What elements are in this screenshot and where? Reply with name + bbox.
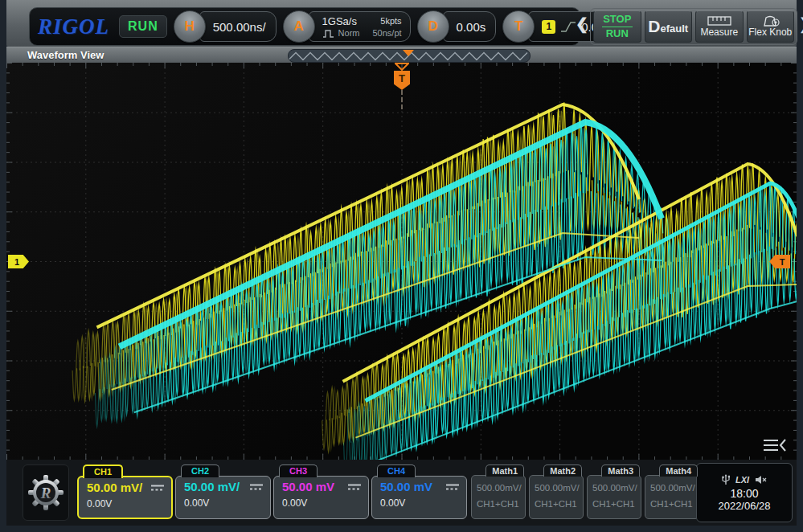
delay-text: 0.00s <box>457 20 486 34</box>
math1-expression: CH1+CH1 <box>477 497 525 513</box>
trigger-source-badge: 1 <box>542 20 555 34</box>
ch3-tab[interactable]: CH3 <box>279 464 318 477</box>
math3-expression: CH1+CH1 <box>592 497 641 513</box>
stop-run-button[interactable]: STOP RUN <box>593 10 641 43</box>
math2-scale: 500.00mV/ <box>535 481 583 497</box>
system-status-box[interactable]: LXI 18:00 2022/06/28 <box>696 463 793 522</box>
delay-group: D 0.00s <box>417 10 497 43</box>
ch1-scale: 50.00 mV/ <box>87 481 142 494</box>
ch2-box[interactable]: CH2 50.00 mV/ 0.00V <box>175 464 271 519</box>
horizontal-knob-button[interactable]: H <box>174 10 206 43</box>
ch4-scale: 50.00 mV <box>380 480 432 493</box>
system-time: 18:00 <box>730 487 758 500</box>
system-date: 2022/06/28 <box>718 500 770 512</box>
default-button[interactable]: Default <box>645 10 693 43</box>
delay-knob-button[interactable]: D <box>417 10 449 43</box>
horizontal-group: H 500.00ns/ <box>174 10 277 43</box>
ch3-offset: 0.00V <box>282 497 362 509</box>
math3-box[interactable]: Math3 500.00mV/ CH1+CH1 <box>587 464 641 519</box>
measure-label: Measure <box>700 27 738 39</box>
delay-value[interactable]: 0.00s <box>443 11 497 42</box>
trigger-position-triangle-icon <box>395 63 409 71</box>
math4-box[interactable]: Math4 500.00mV/ CH1+CH1 <box>645 464 699 519</box>
math1-tab[interactable]: Math1 <box>485 464 524 477</box>
collapse-menu-icon[interactable] <box>762 437 788 453</box>
math3-scale: 500.00mV/ <box>592 481 641 497</box>
speaker-muted-icon <box>755 475 767 485</box>
waveform-view-title: Waveform View <box>27 49 104 61</box>
toolbar-scroll-left-chevron[interactable]: ❮ <box>576 14 588 33</box>
acquisition-mode: Norm <box>338 28 360 38</box>
sample-interval: 50ns/pt <box>372 28 401 38</box>
ch2-scale: 50.00 mV/ <box>184 480 240 493</box>
rigol-gear-menu-button[interactable]: R <box>23 464 69 521</box>
measure-button[interactable]: Measure <box>695 10 744 43</box>
math1-scale: 500.00mV/ <box>477 481 525 497</box>
math3-tab[interactable]: Math3 <box>601 464 640 477</box>
waveform-view-titlebar: Waveform View <box>6 47 797 63</box>
ch1-offset: 0.00V <box>87 498 165 509</box>
run-status-badge[interactable]: RUN <box>119 15 167 38</box>
timebase-text: 500.00ns/ <box>213 20 266 34</box>
ch2-offset: 0.00V <box>184 497 264 509</box>
waveform-display: T 1 T <box>6 63 797 460</box>
math4-expression: CH1+CH1 <box>650 497 699 513</box>
waveform-canvas <box>6 63 797 460</box>
trigger-position-line <box>401 90 403 109</box>
trigger-knob-button[interactable]: T <box>502 10 535 43</box>
ch2-tab[interactable]: CH2 <box>181 464 219 477</box>
ch1-dc-coupling-icon <box>150 484 165 492</box>
math1-box[interactable]: Math1 500.00mV/ CH1+CH1 <box>471 464 526 519</box>
math4-tab[interactable]: Math4 <box>659 464 698 477</box>
pulse-icon <box>322 28 334 39</box>
toolbar-scroll-right-chevron[interactable]: ❯ <box>799 14 803 33</box>
oscilloscope-screen: RIGOL RUN H 500.00ns/ A 1GSa/s 5kpts Nor… <box>0 0 803 532</box>
math2-tab[interactable]: Math2 <box>543 464 582 477</box>
sample-rate: 1GSa/s <box>322 15 360 27</box>
stop-label: STOP <box>603 14 631 26</box>
flex-knob-label: Flex Knob <box>748 27 792 39</box>
acquire-value[interactable]: 1GSa/s 5kpts Norm 50ns/pt <box>309 11 411 42</box>
trigger-position-marker[interactable]: T <box>393 63 411 109</box>
flex-knob-button[interactable]: Flex Knob <box>747 10 795 43</box>
lxi-logo: LXI <box>735 475 749 485</box>
flex-knob-icon <box>758 15 782 27</box>
memory-depth: 5kpts <box>372 16 401 26</box>
acquisition-toolbar: RIGOL RUN H 500.00ns/ A 1GSa/s 5kpts Nor… <box>29 7 580 46</box>
rigol-logo: RIGOL <box>38 14 109 39</box>
ch1-tab[interactable]: CH1 <box>83 464 123 478</box>
run-label: RUN <box>606 28 629 40</box>
top-toolbar: RIGOL RUN H 500.00ns/ A 1GSa/s 5kpts Nor… <box>6 0 797 47</box>
waveform-preview-strip[interactable] <box>288 49 531 63</box>
math4-scale: 500.00mV/ <box>650 481 699 497</box>
rigol-gear-icon: R <box>27 474 64 511</box>
ch3-dc-coupling-icon <box>347 483 362 491</box>
ch2-dc-coupling-icon <box>249 483 264 491</box>
preview-trigger-position-icon <box>402 50 415 56</box>
ch1-box[interactable]: CH1 50.00 mV/ 0.00V <box>77 464 173 519</box>
ruler-icon <box>707 15 731 27</box>
math2-box[interactable]: Math2 500.00mV/ CH1+CH1 <box>529 464 584 519</box>
trigger-flag-icon: T <box>394 71 410 90</box>
acquire-knob-button[interactable]: A <box>283 10 315 43</box>
svg-text:R: R <box>40 485 51 501</box>
acquire-group: A 1GSa/s 5kpts Norm 50ns/pt <box>283 10 411 43</box>
usb-icon <box>722 474 730 485</box>
bottom-status-bar: R CH1 50.00 mV/ 0.00V CH2 50.00 mV/ <box>6 460 797 526</box>
ch4-offset: 0.00V <box>380 497 460 509</box>
timebase-value[interactable]: 500.00ns/ <box>199 11 277 42</box>
quick-access-panel: STOP RUN Default Measure <box>590 8 797 45</box>
ch3-scale: 50.00 mV <box>282 480 334 493</box>
ch4-dc-coupling-icon <box>445 483 460 491</box>
ch4-tab[interactable]: CH4 <box>377 464 416 477</box>
ch4-box[interactable]: CH4 50.00 mV 0.00V <box>371 464 467 519</box>
math2-expression: CH1+CH1 <box>535 497 583 513</box>
ch3-box[interactable]: CH3 50.00 mV 0.00V <box>273 464 369 519</box>
rising-slope-icon <box>560 21 576 33</box>
